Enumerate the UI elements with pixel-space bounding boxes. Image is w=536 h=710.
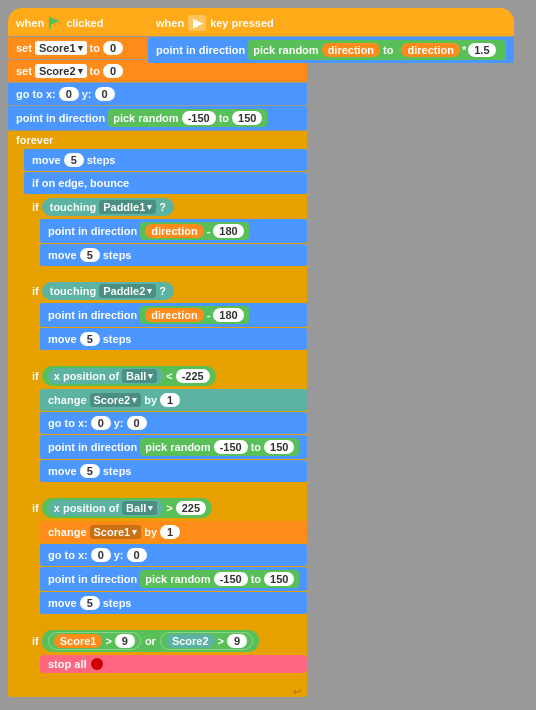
xpos-of-ball-pill[interactable]: x position of Ball: [48, 368, 164, 384]
direction-minus-180a[interactable]: direction - 180: [140, 222, 248, 240]
when-key-hat[interactable]: when ▶ key pressed: [148, 8, 514, 36]
if-paddle2-block[interactable]: if touching Paddle2 ? point in direction…: [24, 279, 307, 360]
by-val2[interactable]: 1: [160, 525, 180, 539]
if-xpos-gt-block[interactable]: if x position of Ball > 225: [24, 495, 307, 624]
val-180a[interactable]: 180: [213, 224, 243, 238]
direction-times-pill[interactable]: direction * 1.5: [396, 42, 500, 58]
direction-multiply-pill[interactable]: pick random direction to direction * 1.5: [248, 40, 505, 60]
neg150b-val[interactable]: -150: [214, 440, 248, 454]
pick-random-pill2[interactable]: pick random -150 to 150: [140, 438, 299, 456]
if-score-gt-block[interactable]: if Score1 > 9 or Score2 > 9: [24, 627, 307, 683]
score2-gt-9[interactable]: Score2 > 9: [160, 632, 253, 650]
point-dir-180b[interactable]: point in direction direction - 180: [40, 303, 307, 327]
neg150c-val[interactable]: -150: [214, 572, 248, 586]
stop-all-block[interactable]: stop all: [40, 655, 307, 673]
steps-val4[interactable]: 5: [80, 464, 100, 478]
score1-dd[interactable]: Score1: [90, 525, 142, 539]
clicked-label: clicked: [66, 17, 103, 29]
move-steps-block5[interactable]: move 5 steps: [40, 592, 307, 614]
when-label: when: [16, 17, 44, 29]
move-steps-block3[interactable]: move 5 steps: [40, 328, 307, 350]
key-pressed-label: key pressed: [210, 17, 274, 29]
set-score2-block[interactable]: set Score2 to 0: [8, 60, 307, 82]
steps-val3[interactable]: 5: [80, 332, 100, 346]
goto-xy-block[interactable]: go to x: 0 y: 0: [8, 83, 307, 105]
x-val2[interactable]: 0: [91, 416, 111, 430]
svg-marker-0: [50, 17, 60, 25]
point-dir-random-block[interactable]: point in direction pick random -150 to 1…: [8, 106, 307, 130]
move-steps-block4[interactable]: move 5 steps: [40, 460, 307, 482]
score1-dropdown[interactable]: Score1: [35, 41, 87, 55]
x-val3[interactable]: 0: [91, 548, 111, 562]
move-steps-block1[interactable]: move 5 steps: [24, 149, 307, 171]
pick-random-pill3[interactable]: pick random -150 to 150: [140, 570, 299, 588]
set-label2: set: [16, 65, 32, 77]
paddle1-val[interactable]: Paddle1: [99, 200, 156, 214]
score2-dd[interactable]: Score2: [90, 393, 142, 407]
num9b-val[interactable]: 9: [227, 634, 247, 648]
point-dir-label: point in direction: [16, 112, 105, 124]
x-val[interactable]: 0: [59, 87, 79, 101]
by-val1[interactable]: 1: [160, 393, 180, 407]
change-score2-block[interactable]: change Score2 by 1: [40, 389, 307, 411]
forever-end-arrow: ↩: [293, 686, 301, 697]
to-label2: to: [90, 65, 100, 77]
steps-val2[interactable]: 5: [80, 248, 100, 262]
if-xpos-lt-block[interactable]: if x position of Ball < -225: [24, 363, 307, 492]
direction-pill1[interactable]: direction: [322, 43, 380, 57]
point-dir-random3[interactable]: point in direction pick random -150 to 1…: [40, 567, 307, 591]
ball-val1[interactable]: Ball: [122, 369, 157, 383]
forever-block[interactable]: forever move 5 steps if on edge, bounce: [8, 131, 307, 697]
stop-circle: [91, 658, 103, 670]
xpos-lt-condition[interactable]: x position of Ball < -225: [42, 366, 216, 386]
move-steps-block2[interactable]: move 5 steps: [40, 244, 307, 266]
direction-var2[interactable]: direction: [145, 308, 203, 322]
pick-random-pill[interactable]: pick random -150 to 150: [108, 109, 267, 127]
goto-label: go to x:: [16, 88, 56, 100]
score2-dropdown[interactable]: Score2: [35, 64, 87, 78]
y-val[interactable]: 0: [95, 87, 115, 101]
change-score1-block[interactable]: change Score1 by 1: [40, 521, 307, 543]
paddle2-val[interactable]: Paddle2: [99, 284, 156, 298]
when-label2: when: [156, 17, 184, 29]
y-val2[interactable]: 0: [127, 416, 147, 430]
pos225-val[interactable]: 225: [176, 501, 206, 515]
touching-paddle1-pill[interactable]: touching Paddle1 ?: [42, 198, 174, 216]
xpos-gt-condition[interactable]: x position of Ball > 225: [42, 498, 212, 518]
score1-gt-9[interactable]: Score1 > 9: [48, 632, 141, 650]
steps-val1[interactable]: 5: [64, 153, 84, 167]
score2-var-pill[interactable]: Score2: [166, 634, 215, 648]
right-column: when ▶ key pressed point in direction pi…: [148, 8, 514, 63]
direction-var1[interactable]: direction: [145, 224, 203, 238]
forever-label: forever: [8, 131, 307, 149]
neg225-val[interactable]: -225: [176, 369, 210, 383]
val-0b[interactable]: 0: [103, 64, 123, 78]
goto-xy3-block[interactable]: go to x: 0 y: 0: [40, 544, 307, 566]
if-paddle1-block[interactable]: if touching Paddle1 ? point in direction: [24, 195, 307, 276]
neg150a-val[interactable]: -150: [182, 111, 216, 125]
steps-val5[interactable]: 5: [80, 596, 100, 610]
set-label: set: [16, 42, 32, 54]
point-dir-random2[interactable]: point in direction pick random -150 to 1…: [40, 435, 307, 459]
pos150c-val[interactable]: 150: [264, 572, 294, 586]
val-0a[interactable]: 0: [103, 41, 123, 55]
score-or-condition[interactable]: Score1 > 9 or Score2 > 9: [42, 630, 259, 652]
y-val3[interactable]: 0: [127, 548, 147, 562]
point-dir-180a[interactable]: point in direction direction - 180: [40, 219, 307, 243]
xpos-of-ball-pill2[interactable]: x position of Ball: [48, 500, 164, 516]
val-1-5[interactable]: 1.5: [468, 43, 495, 57]
ball-val2[interactable]: Ball: [122, 501, 157, 515]
flag-icon: [48, 17, 62, 29]
touching-paddle2-pill[interactable]: touching Paddle2 ?: [42, 282, 174, 300]
val-180b[interactable]: 180: [213, 308, 243, 322]
pos150b-val[interactable]: 150: [264, 440, 294, 454]
score1-var-pill[interactable]: Score1: [54, 634, 103, 648]
pos150a-val[interactable]: 150: [232, 111, 262, 125]
y-label: y:: [82, 88, 92, 100]
point-dir-direction-block[interactable]: point in direction pick random direction…: [148, 37, 514, 63]
direction-pill2[interactable]: direction: [401, 43, 459, 57]
num9a-val[interactable]: 9: [115, 634, 135, 648]
goto-xy2-block[interactable]: go to x: 0 y: 0: [40, 412, 307, 434]
direction-minus-180b[interactable]: direction - 180: [140, 306, 248, 324]
edge-bounce-block[interactable]: if on edge, bounce: [24, 172, 307, 194]
